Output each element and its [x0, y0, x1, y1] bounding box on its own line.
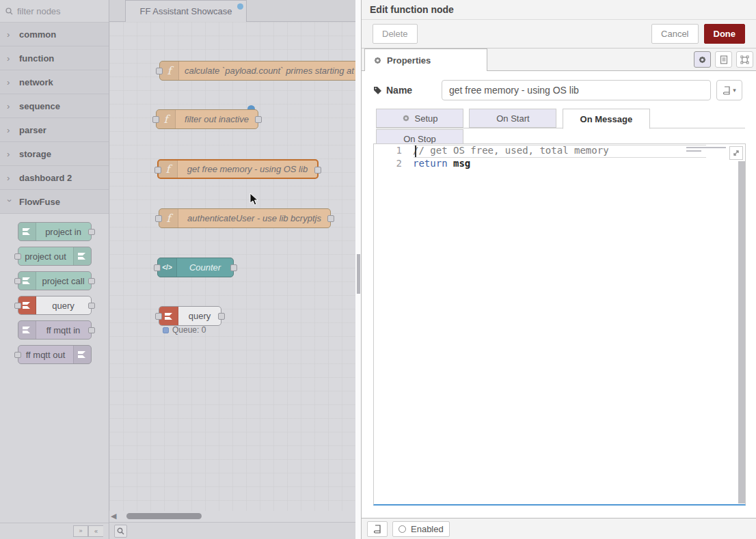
properties-view-button[interactable]: [694, 51, 711, 68]
flow-modified-dot: [237, 3, 243, 10]
output-port[interactable]: [88, 327, 95, 333]
flowfuse-icon: [73, 247, 91, 265]
tray-toolbar: Delete Cancel Done: [362, 20, 756, 49]
description-button[interactable]: [715, 51, 732, 68]
library-button[interactable]: ▾: [716, 80, 742, 100]
input-port[interactable]: [154, 167, 161, 174]
delete-button[interactable]: Delete: [373, 24, 418, 44]
palette-node-query[interactable]: query: [18, 296, 92, 315]
input-port[interactable]: [155, 313, 162, 320]
selection-frame-icon: [740, 55, 749, 64]
editor-minimap: [686, 147, 726, 154]
node-get-free-memory[interactable]: f get free memory - using OS lib: [157, 159, 319, 179]
enabled-state-icon: [399, 525, 406, 533]
book-icon: [723, 86, 731, 95]
flowfuse-icon: [18, 223, 36, 240]
library-export-button[interactable]: [367, 521, 388, 537]
edit-tray: Edit function node Delete Cancel Done Pr…: [361, 0, 756, 539]
palette-category-storage[interactable]: ›storage: [0, 142, 109, 166]
node-calculate-primes[interactable]: f calculate `payload.count` primes start…: [159, 61, 355, 81]
function-icon: f: [159, 161, 178, 178]
palette-category-parser[interactable]: ›parser: [0, 118, 109, 142]
flow-tab[interactable]: FF Assistant Showcase: [125, 0, 247, 22]
function-icon: f: [159, 209, 178, 227]
gear-icon: [402, 114, 410, 122]
palette-node-project-out[interactable]: project out: [18, 247, 92, 266]
code-editor[interactable]: 1 // get OS free, used, total memory 2 r…: [373, 143, 746, 506]
palette-node-project-call[interactable]: project call: [18, 271, 92, 290]
palette-category-flowfuse[interactable]: ›FlowFuse: [0, 190, 109, 214]
palette-expand-all-button[interactable]: »: [88, 525, 103, 537]
node-query-status: Queue: 0: [163, 325, 206, 335]
flow-workspace[interactable]: f calculate `payload.count` primes start…: [109, 22, 355, 511]
palette-category-sequence[interactable]: ›sequence: [0, 94, 109, 118]
tab-on-message[interactable]: On Message: [563, 109, 650, 129]
tray-title: Edit function node: [362, 0, 756, 20]
enabled-toggle-button[interactable]: Enabled: [392, 521, 450, 537]
name-input[interactable]: [442, 80, 711, 100]
document-icon: [720, 55, 728, 64]
palette-node-ff-mqtt-in[interactable]: ff mqtt in: [18, 320, 92, 340]
output-port[interactable]: [255, 116, 262, 123]
chevron-right-icon: ›: [7, 53, 12, 64]
text-cursor: [415, 146, 416, 157]
output-port[interactable]: [230, 264, 237, 271]
caret-down-icon: ▾: [733, 87, 736, 94]
editor-scrollbar[interactable]: [738, 161, 745, 503]
input-port[interactable]: [156, 68, 163, 74]
palette-category-function[interactable]: ›function: [0, 46, 109, 70]
palette-category-dashboard2[interactable]: ›dashboard 2: [0, 166, 109, 190]
palette-category-network[interactable]: ›network: [0, 70, 109, 94]
output-port[interactable]: [88, 303, 95, 309]
palette-search-placeholder: filter nodes: [17, 6, 61, 16]
canvas-vertical-scrollbar[interactable]: [355, 0, 361, 539]
node-counter[interactable]: </> Counter: [157, 258, 234, 277]
node-authenticate-user[interactable]: f authenticateUser - use lib bcryptjs: [159, 208, 331, 228]
function-tabs: Setup On Start On Message On Stop: [376, 109, 745, 128]
palette-flowfuse-nodes: project in project out project call quer…: [0, 214, 109, 375]
chevron-right-icon: ›: [7, 173, 12, 183]
tray-footer: Enabled: [362, 518, 756, 539]
palette-search[interactable]: filter nodes: [0, 0, 109, 23]
input-port[interactable]: [154, 264, 161, 271]
output-port[interactable]: [88, 278, 95, 284]
node-query[interactable]: query: [159, 306, 221, 326]
palette-footer: » »: [0, 523, 109, 539]
palette-node-project-in[interactable]: project in: [18, 222, 92, 241]
flowfuse-icon: [73, 346, 91, 363]
done-button[interactable]: Done: [704, 24, 746, 44]
search-icon: [5, 8, 13, 15]
flowfuse-icon: [18, 321, 36, 339]
tray-tab-bar: Properties: [362, 49, 756, 71]
input-port[interactable]: [155, 215, 162, 222]
output-port[interactable]: [327, 215, 334, 222]
mouse-cursor: [249, 193, 259, 206]
search-flows-button[interactable]: [114, 525, 127, 538]
output-port[interactable]: [88, 229, 95, 235]
appearance-button[interactable]: [736, 51, 753, 68]
output-port[interactable]: [218, 313, 225, 320]
node-filter-out-inactive[interactable]: f filter out inactive: [156, 109, 258, 129]
input-port[interactable]: [14, 352, 21, 358]
input-port[interactable]: [14, 303, 21, 309]
editor-scroll-thumb[interactable]: [738, 161, 745, 503]
palette-collapse-all-button[interactable]: »: [73, 525, 88, 537]
tab-properties[interactable]: Properties: [364, 49, 487, 71]
vertical-scroll-thumb[interactable]: [357, 254, 360, 294]
horizontal-scroll-thumb[interactable]: [126, 513, 202, 519]
horizontal-scrollbar[interactable]: ◀: [111, 511, 354, 521]
chevron-right-icon: ›: [7, 101, 12, 111]
palette-node-ff-mqtt-out[interactable]: ff mqtt out: [18, 345, 92, 364]
palette-category-common[interactable]: ›common: [0, 23, 109, 46]
input-port[interactable]: [14, 278, 21, 284]
tab-on-start[interactable]: On Start: [469, 109, 556, 128]
input-port[interactable]: [14, 253, 21, 260]
function-icon: f: [157, 110, 176, 128]
editor-expand-button[interactable]: [729, 146, 743, 160]
scroll-left-arrow-icon[interactable]: ◀: [111, 512, 116, 521]
input-port[interactable]: [152, 116, 159, 123]
output-port[interactable]: [314, 167, 321, 174]
tab-setup[interactable]: Setup: [376, 109, 463, 128]
flow-tab-bar: FF Assistant Showcase: [109, 0, 355, 22]
cancel-button[interactable]: Cancel: [651, 24, 698, 44]
